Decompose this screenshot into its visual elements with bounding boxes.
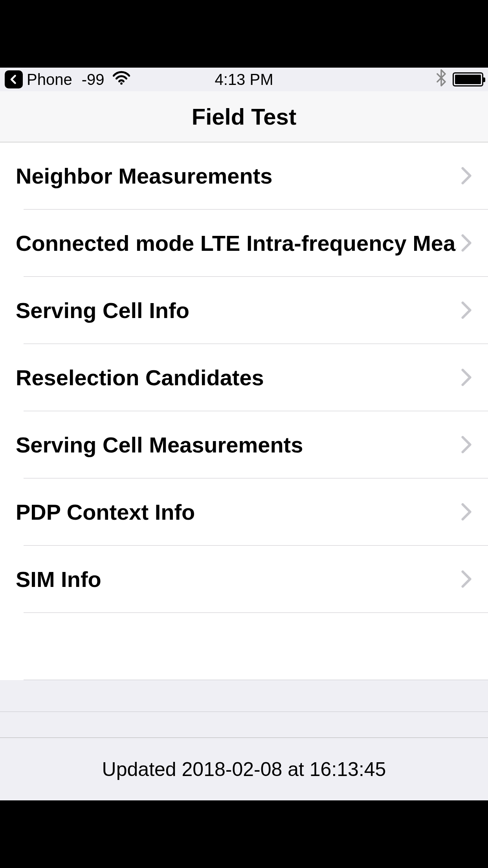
signal-strength: -99: [82, 71, 105, 88]
status-right: [436, 69, 483, 90]
svg-point-0: [121, 82, 123, 85]
chevron-right-icon: [460, 234, 472, 252]
status-time: 4:13 PM: [215, 71, 273, 88]
chevron-right-icon: [460, 167, 472, 184]
battery-fill: [455, 75, 481, 84]
screen: Phone -99 4:13 PM F: [0, 68, 488, 800]
blank-row: [0, 613, 488, 680]
battery-icon: [453, 72, 483, 86]
carrier-label: Phone: [27, 71, 72, 88]
row-label: Reselection Candidates: [16, 365, 457, 390]
chevron-right-icon: [460, 436, 472, 453]
row-label: SIM Info: [16, 566, 457, 592]
bluetooth-icon: [436, 69, 446, 90]
row-pdp-context-info[interactable]: PDP Context Info: [0, 478, 488, 545]
updated-timestamp: Updated 2018-02-08 at 16:13:45: [102, 758, 386, 781]
chevron-left-icon: [8, 74, 19, 85]
row-reselection-candidates[interactable]: Reselection Candidates: [0, 344, 488, 411]
row-sim-info[interactable]: SIM Info: [0, 546, 488, 612]
chevron-right-icon: [460, 369, 472, 386]
chevron-right-icon: [460, 302, 472, 319]
row-label: Connected mode LTE Intra-frequency Measu…: [16, 230, 457, 256]
row-label: PDP Context Info: [16, 499, 457, 525]
back-to-app-button[interactable]: [5, 70, 23, 88]
chevron-right-icon: [460, 503, 472, 520]
nav-bar: Field Test: [0, 91, 488, 142]
row-label: Serving Cell Info: [16, 298, 457, 323]
menu-list: Neighbor Measurements Connected mode LTE…: [0, 142, 488, 680]
row-serving-cell-measurements[interactable]: Serving Cell Measurements: [0, 411, 488, 478]
row-label: Serving Cell Measurements: [16, 432, 457, 458]
wifi-icon: [113, 71, 130, 88]
status-bar: Phone -99 4:13 PM: [0, 68, 488, 91]
footer-bar: Updated 2018-02-08 at 16:13:45: [0, 737, 488, 800]
row-connected-mode-lte[interactable]: Connected mode LTE Intra-frequency Measu…: [0, 210, 488, 276]
chevron-right-icon: [460, 570, 472, 588]
row-neighbor-measurements[interactable]: Neighbor Measurements: [0, 142, 488, 209]
page-title: Field Test: [192, 103, 296, 130]
list-bottom-border: [0, 712, 488, 712]
row-serving-cell-info[interactable]: Serving Cell Info: [0, 277, 488, 344]
row-label: Neighbor Measurements: [16, 163, 457, 189]
status-left: Phone -99: [5, 70, 130, 88]
